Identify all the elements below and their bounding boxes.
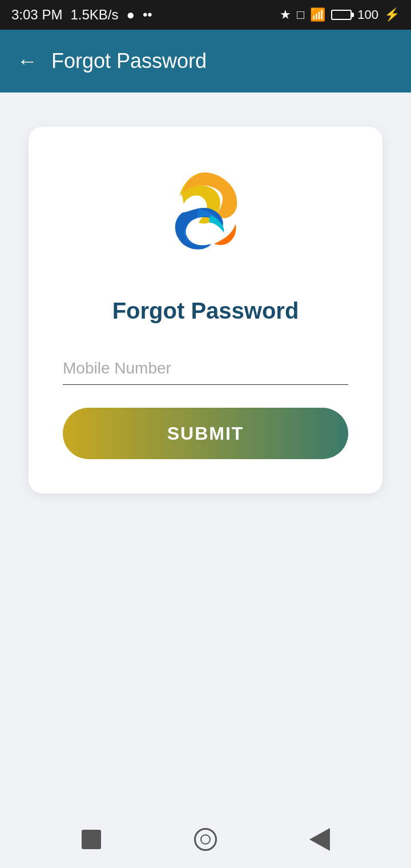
submit-button[interactable]: SUBMIT: [63, 408, 348, 459]
app-logo: [148, 161, 263, 275]
status-left: 3:03 PM 1.5KB/s ● ••: [11, 7, 152, 23]
network-speed: 1.5KB/s: [70, 7, 118, 23]
status-right: ★ □ 📶 100 ⚡: [280, 7, 400, 22]
battery-icon: [331, 10, 352, 20]
main-content: Forgot Password SUBMIT: [0, 93, 411, 811]
time-display: 3:03 PM: [11, 7, 62, 23]
wifi-icon: 📶: [310, 7, 325, 22]
charging-icon: ⚡: [384, 7, 400, 22]
forgot-password-card: Forgot Password SUBMIT: [29, 127, 382, 493]
battery-percent: 100: [357, 7, 378, 22]
app-bar-title: Forgot Password: [51, 49, 207, 73]
logo-container: [143, 155, 268, 281]
square-icon: [82, 830, 101, 849]
bluetooth-icon: ★: [280, 7, 291, 22]
recent-apps-button[interactable]: [77, 825, 106, 854]
more-dots: ••: [143, 7, 152, 23]
mobile-input-group: [63, 352, 348, 385]
screen-icon: □: [297, 7, 304, 22]
back-triangle-icon: [309, 828, 330, 851]
home-circle-icon: [194, 828, 217, 851]
status-bar: 3:03 PM 1.5KB/s ● •• ★ □ 📶 100 ⚡: [0, 0, 411, 30]
home-button[interactable]: [191, 825, 220, 854]
back-button-nav[interactable]: [305, 825, 334, 854]
mobile-number-input[interactable]: [63, 352, 348, 385]
back-button[interactable]: ←: [17, 51, 38, 71]
card-heading: Forgot Password: [112, 298, 299, 324]
signal-dot: ●: [126, 7, 135, 23]
app-bar: ← Forgot Password: [0, 30, 411, 93]
bottom-nav: [0, 811, 411, 868]
